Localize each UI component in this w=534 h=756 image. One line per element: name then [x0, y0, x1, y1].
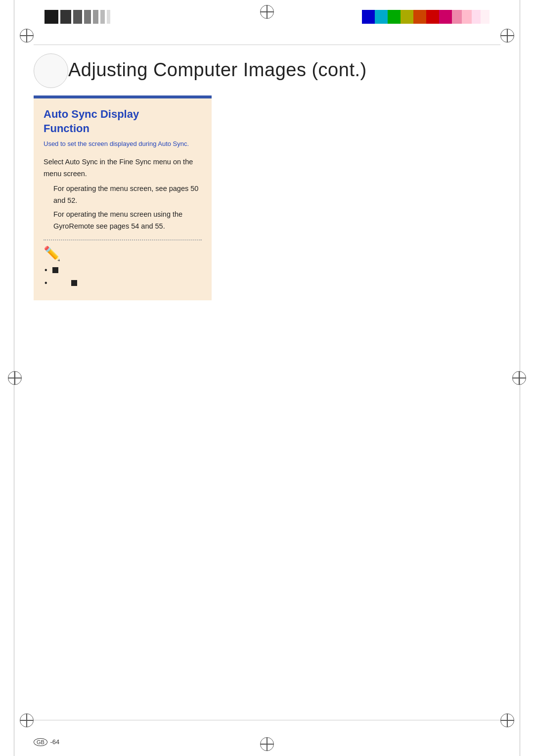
section-title: Auto Sync Display Function [44, 107, 202, 136]
page-title: Adjusting Computer Images (cont.) [34, 49, 500, 81]
bullet-square-1 [52, 267, 58, 273]
color-strip-pink1 [452, 10, 462, 24]
reg-mark-right [512, 371, 526, 385]
section-title-line1: Auto Sync Display [44, 108, 139, 120]
black-strip [60, 10, 71, 24]
registration-mark-top-right [500, 29, 514, 43]
color-strip-pink4 [481, 10, 490, 24]
color-strip-magenta [439, 10, 452, 24]
page-number-circle: GB [34, 738, 47, 746]
registration-mark-bottom-left [20, 713, 34, 727]
black-strips [44, 10, 110, 24]
registration-mark-bottom-right [500, 713, 514, 727]
color-strips [362, 10, 490, 24]
section-body-para1: Select Auto Sync in the Fine Sync menu o… [44, 156, 202, 180]
page-number: GB -64 [34, 738, 59, 746]
note-icon: ✏️ [44, 245, 202, 262]
border-line-top [34, 45, 500, 45]
bullet-list [44, 265, 202, 288]
black-strip [44, 10, 58, 24]
color-strip-blue [362, 10, 375, 24]
border-line-bottom [34, 720, 500, 720]
color-strip-pink3 [472, 10, 481, 24]
bullet-item-2 [44, 278, 202, 288]
black-strip [84, 10, 91, 24]
registration-mark-top-left [20, 29, 34, 43]
page-content: Adjusting Computer Images (cont.) Auto S… [34, 49, 500, 716]
registration-mark-center-top [260, 5, 274, 19]
color-strip-red [426, 10, 439, 24]
center-crosshair-right [504, 363, 534, 393]
dotted-separator [44, 239, 202, 240]
section-subtitle: Used to set the screen displayed during … [44, 140, 202, 148]
color-strip-olive [400, 10, 413, 24]
section-body-para2: For operating the menu screen, see pages… [44, 183, 202, 207]
content-box: Auto Sync Display Function Used to set t… [34, 95, 212, 300]
color-strip-orange [413, 10, 426, 24]
bullet-square-2 [71, 280, 77, 286]
bullet-item-1 [44, 265, 202, 276]
black-strip [107, 10, 110, 24]
color-strip-green [388, 10, 400, 24]
section-title-line2: Function [44, 122, 89, 135]
color-strip-pink2 [462, 10, 472, 24]
reg-mark-left [8, 371, 22, 385]
color-strip-cyan [375, 10, 388, 24]
black-strip [73, 10, 82, 24]
registration-mark-center-bottom [260, 737, 274, 751]
page-number-text: -64 [50, 738, 60, 746]
black-strip [93, 10, 98, 24]
black-strip [100, 10, 105, 24]
section-body-para3: For operating the menu screen using the … [44, 209, 202, 233]
center-crosshair-left [0, 363, 30, 393]
